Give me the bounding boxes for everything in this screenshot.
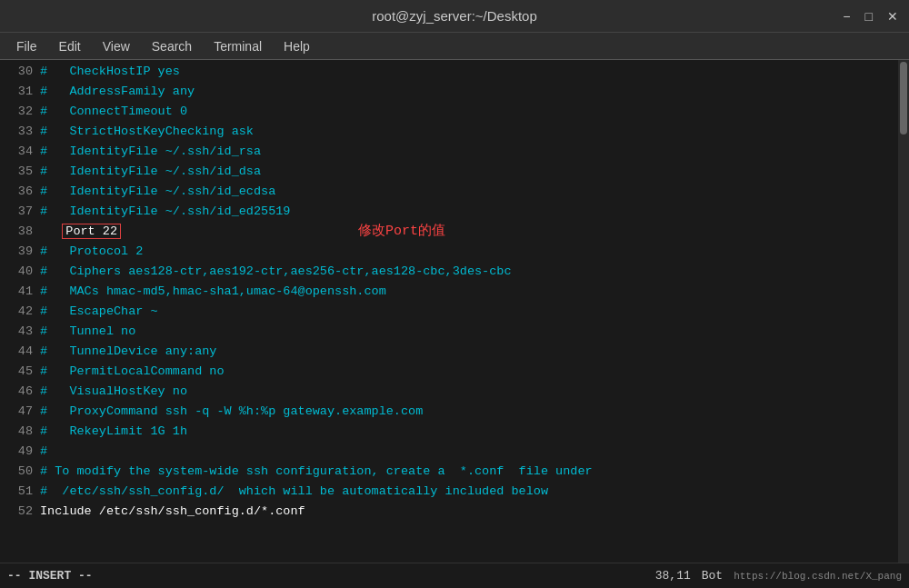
line-32: 32# ConnectTimeout 0 — [4, 102, 898, 122]
line-39: 39# Protocol 2 — [4, 242, 898, 262]
line-text: Protocol 2 — [47, 244, 143, 258]
line-content-30: # CheckHostIP yes — [36, 62, 180, 82]
line-number-50: 50 — [4, 462, 36, 482]
close-button[interactable]: ✕ — [887, 10, 898, 23]
line-content-48: # RekeyLimit 1G 1h — [36, 422, 187, 442]
line-41: 41# MACs hmac-md5,hmac-sha1,umac-64@open… — [4, 282, 898, 302]
line-content-36: # IdentityFile ~/.ssh/id_ecdsa — [36, 182, 275, 202]
line-number-42: 42 — [4, 302, 36, 322]
line-content-40: # Ciphers aes128-ctr,aes192-ctr,aes256-c… — [36, 262, 511, 282]
line-number-51: 51 — [4, 482, 36, 502]
scrollbar[interactable] — [898, 60, 909, 563]
code-area: 30# CheckHostIP yes31# AddressFamily any… — [0, 60, 898, 563]
line-40: 40# Ciphers aes128-ctr,aes192-ctr,aes256… — [4, 262, 898, 282]
line-content-35: # IdentityFile ~/.ssh/id_dsa — [36, 162, 261, 182]
line-number-36: 36 — [4, 182, 36, 202]
port-annotation: 修改Port的值 — [358, 222, 445, 242]
line-number-34: 34 — [4, 142, 36, 162]
line-number-43: 43 — [4, 322, 36, 342]
line-50: 50# To modify the system-wide ssh config… — [4, 462, 898, 482]
line-49: 49# — [4, 442, 898, 462]
line-number-52: 52 — [4, 502, 36, 522]
line-content-43: # Tunnel no — [36, 322, 135, 342]
terminal-content: 30# CheckHostIP yes31# AddressFamily any… — [0, 60, 909, 563]
status-left: -- INSERT -- — [7, 569, 93, 583]
line-number-30: 30 — [4, 62, 36, 82]
line-51: 51# /etc/ssh/ssh_config.d/ which will be… — [4, 482, 898, 502]
line-number-46: 46 — [4, 382, 36, 402]
insert-mode: -- INSERT -- — [7, 569, 93, 583]
maximize-button[interactable]: □ — [865, 10, 873, 23]
minimize-button[interactable]: − — [843, 10, 850, 23]
menu-item-view[interactable]: View — [94, 37, 139, 55]
menu-item-edit[interactable]: Edit — [50, 37, 90, 55]
line-content-51: # /etc/ssh/ssh_config.d/ which will be a… — [36, 482, 548, 502]
line-47: 47# ProxyCommand ssh -q -W %h:%p gateway… — [4, 402, 898, 422]
titlebar: root@zyj_server:~/Desktop − □ ✕ — [0, 0, 909, 33]
scrollbar-thumb[interactable] — [900, 62, 907, 135]
line-content-47: # ProxyCommand ssh -q -W %h:%p gateway.e… — [36, 402, 423, 422]
line-43: 43# Tunnel no — [4, 322, 898, 342]
line-number-32: 32 — [4, 102, 36, 122]
line-number-44: 44 — [4, 342, 36, 362]
line-number-48: 48 — [4, 422, 36, 442]
hash-sign: # — [40, 244, 47, 258]
statusbar: -- INSERT -- 38,11 Bot https://blog.csdn… — [0, 563, 909, 588]
line-number-47: 47 — [4, 402, 36, 422]
line-35: 35# IdentityFile ~/.ssh/id_dsa — [4, 162, 898, 182]
titlebar-title: root@zyj_server:~/Desktop — [372, 8, 537, 24]
url-label: https://blog.csdn.net/X_pang — [734, 571, 902, 582]
menu-item-search[interactable]: Search — [143, 37, 201, 55]
menubar: FileEditViewSearchTerminalHelp — [0, 33, 909, 60]
line-content-44: # TunnelDevice any:any — [36, 342, 216, 362]
terminal: 30# CheckHostIP yes31# AddressFamily any… — [0, 60, 909, 588]
line-42: 42# EscapeChar ~ — [4, 302, 898, 322]
line-33: 33# StrictHostKeyChecking ask — [4, 122, 898, 142]
line-number-31: 31 — [4, 82, 36, 102]
line-number-39: 39 — [4, 242, 36, 262]
line-36: 36# IdentityFile ~/.ssh/id_ecdsa — [4, 182, 898, 202]
line-number-41: 41 — [4, 282, 36, 302]
line-38: 38 Port 22修改Port的值 — [4, 222, 898, 242]
titlebar-controls: − □ ✕ — [843, 10, 898, 23]
line-number-35: 35 — [4, 162, 36, 182]
line-number-49: 49 — [4, 442, 36, 462]
menu-item-terminal[interactable]: Terminal — [205, 37, 271, 55]
line-48: 48# RekeyLimit 1G 1h — [4, 422, 898, 442]
line-number-40: 40 — [4, 262, 36, 282]
line-content-38: Port 22 — [36, 222, 121, 242]
scroll-position: Bot — [702, 569, 723, 583]
line-content-49: # — [36, 442, 47, 462]
line-content-41: # MACs hmac-md5,hmac-sha1,umac-64@openss… — [36, 282, 386, 302]
line-content-33: # StrictHostKeyChecking ask — [36, 122, 254, 142]
line-content-37: # IdentityFile ~/.ssh/id_ed25519 — [36, 202, 290, 222]
line-45: 45# PermitLocalCommand no — [4, 362, 898, 382]
line-content-42: # EscapeChar ~ — [36, 302, 158, 322]
menu-item-help[interactable]: Help — [275, 37, 319, 55]
code-lines: 30# CheckHostIP yes31# AddressFamily any… — [4, 60, 898, 523]
line-content-52: Include /etc/ssh/ssh_config.d/*.conf — [36, 502, 305, 522]
line-content-50: # To modify the system-wide ssh configur… — [36, 462, 593, 482]
line-content-39: # Protocol 2 — [36, 242, 143, 262]
status-right: 38,11 Bot https://blog.csdn.net/X_pang — [655, 569, 902, 583]
line-34: 34# IdentityFile ~/.ssh/id_rsa — [4, 142, 898, 162]
line-content-45: # PermitLocalCommand no — [36, 362, 225, 382]
line-content-31: # AddressFamily any — [36, 82, 195, 102]
cursor-position: 38,11 — [655, 569, 691, 583]
port-highlight: Port 22 — [62, 224, 121, 239]
line-37: 37# IdentityFile ~/.ssh/id_ed25519 — [4, 202, 898, 222]
line-content-32: # ConnectTimeout 0 — [36, 102, 187, 122]
line-content-34: # IdentityFile ~/.ssh/id_rsa — [36, 142, 261, 162]
menu-item-file[interactable]: File — [7, 37, 46, 55]
line-30: 30# CheckHostIP yes — [4, 62, 898, 82]
line-46: 46# VisualHostKey no — [4, 382, 898, 402]
line-number-45: 45 — [4, 362, 36, 382]
line-content-46: # VisualHostKey no — [36, 382, 187, 402]
line-number-38: 38 — [4, 222, 36, 242]
line-52: 52Include /etc/ssh/ssh_config.d/*.conf — [4, 502, 898, 522]
line-number-33: 33 — [4, 122, 36, 142]
line-44: 44# TunnelDevice any:any — [4, 342, 898, 362]
line-number-37: 37 — [4, 202, 36, 222]
line-31: 31# AddressFamily any — [4, 82, 898, 102]
